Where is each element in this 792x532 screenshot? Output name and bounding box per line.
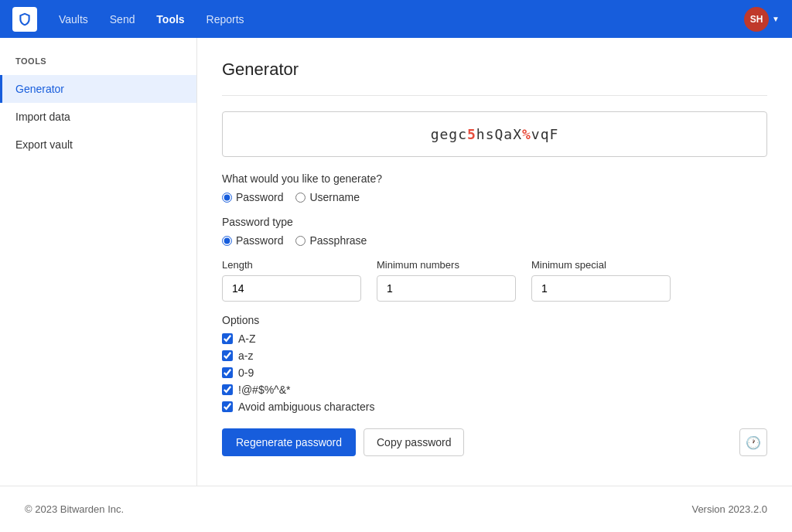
header: Vaults Send Tools Reports SH ▼ (0, 0, 792, 38)
checkbox-az-label: A-Z (238, 332, 256, 345)
checkbox-az-option[interactable]: A-Z (222, 332, 767, 345)
radio-passphrase-label: Passphrase (309, 234, 367, 247)
sidebar-item-import[interactable]: Import data (0, 103, 196, 131)
content-area: Generator gegc5hsQaX%vqF What would you … (197, 38, 792, 486)
checkbox-ambiguous[interactable] (222, 401, 233, 412)
nav-send[interactable]: Send (101, 9, 145, 30)
length-input[interactable] (222, 275, 361, 302)
radio-password-label: Password (236, 191, 283, 203)
radio-pw-password[interactable] (222, 236, 232, 246)
sidebar-item-export[interactable]: Export vault (0, 131, 196, 159)
copy-password-button[interactable]: Copy password (364, 428, 465, 456)
header-right: SH ▼ (744, 7, 780, 32)
radio-password-option[interactable]: Password (222, 191, 283, 203)
checkbox-09-option[interactable]: 0-9 (222, 367, 767, 379)
page-title: Generator (222, 60, 767, 80)
checkbox-ambiguous-option[interactable]: Avoid ambiguous characters (222, 401, 767, 413)
pw-suffix: vqF (531, 126, 559, 142)
min-special-group: Minimum special (531, 259, 671, 302)
options-label: Options (222, 314, 767, 326)
pw-type-label: Password type (222, 216, 767, 228)
history-button[interactable]: 🕐 (739, 428, 767, 456)
min-numbers-input[interactable] (377, 275, 516, 302)
logo (12, 7, 37, 32)
sidebar: TOOLS Generator Import data Export vault (0, 38, 197, 486)
main-container: TOOLS Generator Import data Export vault… (0, 38, 792, 486)
pw-highlight2: % (522, 126, 531, 142)
radio-password[interactable] (222, 193, 232, 203)
action-row: Regenerate password Copy password 🕐 (222, 428, 767, 456)
checkbox-az-lower-option[interactable]: a-z (222, 350, 767, 362)
generate-type-group: Password Username (222, 191, 767, 203)
sidebar-title: TOOLS (0, 50, 196, 75)
checkbox-09-label: 0-9 (238, 367, 254, 379)
checkbox-ambiguous-label: Avoid ambiguous characters (238, 401, 374, 413)
divider (222, 95, 767, 96)
radio-passphrase[interactable] (295, 236, 306, 246)
nav-tools[interactable]: Tools (147, 9, 193, 30)
pw-type-group: Password Passphrase (222, 234, 767, 247)
radio-pw-password-option[interactable]: Password (222, 234, 283, 247)
pw-middle: hsQaX (476, 126, 522, 142)
chevron-down-icon[interactable]: ▼ (772, 15, 780, 23)
nav-vaults[interactable]: Vaults (50, 9, 97, 30)
length-group: Length (222, 259, 361, 302)
min-numbers-group: Minimum numbers (377, 259, 516, 302)
generate-label: What would you like to generate? (222, 172, 767, 185)
footer: © 2023 Bitwarden Inc. Version 2023.2.0 (0, 486, 792, 532)
number-inputs-row: Length Minimum numbers Minimum special (222, 259, 767, 302)
min-special-label: Minimum special (531, 259, 671, 271)
checkbox-special-label: !@#$%^&* (238, 384, 290, 396)
radio-pw-password-label: Password (236, 234, 283, 247)
min-numbers-label: Minimum numbers (377, 259, 516, 271)
main-nav: Vaults Send Tools Reports (50, 13, 254, 26)
regenerate-button[interactable]: Regenerate password (222, 428, 356, 456)
checkbox-az-lower[interactable] (222, 350, 233, 361)
avatar[interactable]: SH (744, 7, 769, 32)
sidebar-item-generator[interactable]: Generator (0, 75, 196, 103)
radio-username-label: Username (309, 191, 360, 203)
checkbox-az-lower-label: a-z (238, 350, 253, 362)
copyright: © 2023 Bitwarden Inc. (25, 503, 124, 515)
length-label: Length (222, 259, 361, 271)
radio-username[interactable] (295, 193, 306, 203)
checkbox-special-option[interactable]: !@#$%^&* (222, 384, 767, 396)
password-display: gegc5hsQaX%vqF (222, 111, 767, 157)
checkbox-09[interactable] (222, 367, 233, 378)
nav-reports[interactable]: Reports (197, 9, 254, 30)
checkbox-special[interactable] (222, 384, 233, 395)
min-special-input[interactable] (531, 275, 671, 302)
checkbox-az[interactable] (222, 333, 233, 344)
options-checkboxes: A-Z a-z 0-9 !@#$%^&* Avoid ambiguous cha… (222, 332, 767, 413)
version: Version 2023.2.0 (691, 503, 767, 515)
radio-passphrase-option[interactable]: Passphrase (295, 234, 367, 247)
pw-prefix: gegc (431, 126, 467, 142)
pw-highlight1: 5 (467, 126, 476, 142)
radio-username-option[interactable]: Username (295, 191, 360, 203)
history-icon: 🕐 (746, 435, 761, 450)
